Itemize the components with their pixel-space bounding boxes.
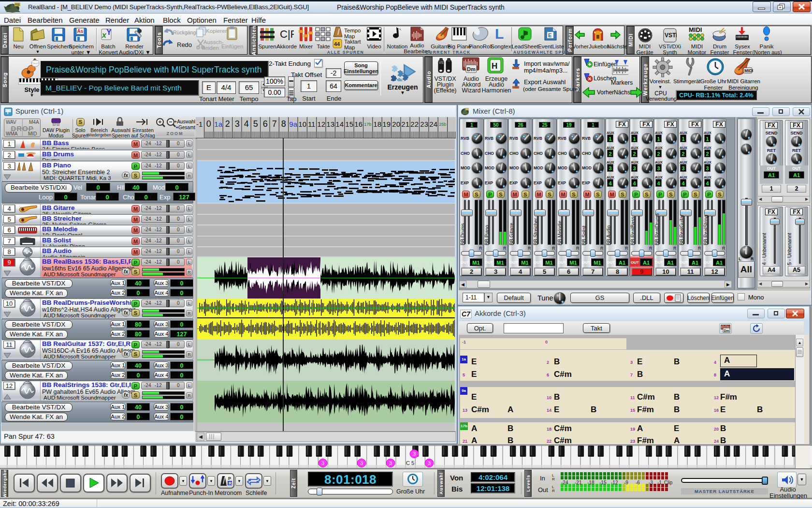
svg-text:L: L bbox=[495, 26, 504, 42]
svg-text:R: R bbox=[229, 481, 232, 486]
svg-text:H: H bbox=[492, 61, 497, 71]
svg-text:VST: VST bbox=[439, 61, 446, 64]
svg-text:Y: Y bbox=[106, 28, 112, 36]
svg-text:3: 3 bbox=[360, 460, 363, 466]
svg-text:T: T bbox=[6, 110, 9, 115]
svg-text:E: E bbox=[548, 32, 551, 38]
svg-text:3: 3 bbox=[389, 460, 392, 466]
svg-text:3: 3 bbox=[428, 460, 431, 466]
svg-text:MIDI: MIDI bbox=[744, 68, 753, 73]
svg-text:RB: RB bbox=[15, 3, 20, 6]
svg-text:Dm: Dm bbox=[467, 66, 476, 72]
svg-text:P: P bbox=[228, 476, 231, 481]
svg-text:Dm: Dm bbox=[724, 329, 729, 332]
svg-text:3: 3 bbox=[321, 460, 324, 466]
svg-text:C|F: C|F bbox=[280, 28, 294, 40]
svg-text:44: 44 bbox=[334, 41, 340, 47]
svg-text:MIDI: MIDI bbox=[689, 26, 702, 33]
svg-text:3: 3 bbox=[413, 451, 416, 457]
svg-text:C 5: C 5 bbox=[406, 460, 414, 466]
svg-text:VSTi: VSTi bbox=[665, 32, 677, 39]
